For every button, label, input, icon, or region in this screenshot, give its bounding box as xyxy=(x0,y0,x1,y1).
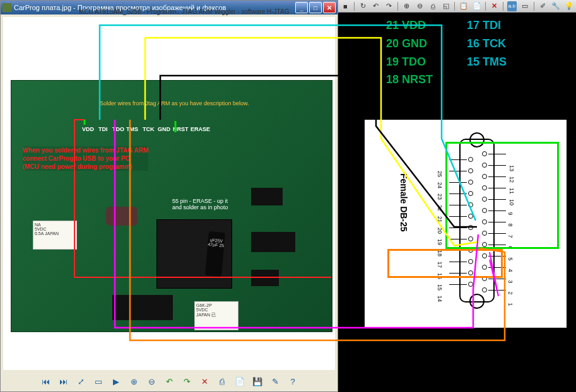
pin-num-4: 4 xyxy=(507,268,514,272)
db25-label: Female DB-25 xyxy=(399,173,409,232)
pin-num-1: 1 xyxy=(507,303,514,306)
relay-1: NA 5VDC 0.5A JAPAN xyxy=(33,221,77,250)
image-canvas: MCU AT91SAM_S256 - Programm.. JTAG ARM W… xyxy=(3,17,335,370)
small-chip-1 xyxy=(251,188,283,205)
pin-num-20: 20 xyxy=(437,228,443,234)
zoom-out-button[interactable]: ⊖ xyxy=(145,375,158,388)
rotate-cw-button[interactable]: ↷ xyxy=(180,375,193,388)
zoom-out-button[interactable]: ⊖ xyxy=(415,1,425,11)
pin-num-2: 2 xyxy=(507,291,514,294)
app-icon[interactable]: ■ xyxy=(341,1,350,11)
pin-num-3: 3 xyxy=(507,280,514,283)
slideshow-button[interactable]: ▶ xyxy=(110,375,122,388)
pin-label-tdi: TDI xyxy=(98,126,108,132)
pcb-header-text: MCU AT91SAM_S256 - Programm.. JTAG ARM W… xyxy=(79,8,289,15)
nav-back-button[interactable]: ↶ xyxy=(372,1,381,11)
small-chip-3 xyxy=(251,270,279,286)
cancel-button[interactable]: ✕ xyxy=(490,1,499,11)
pin-label-gnd: GND xyxy=(158,126,170,132)
delete-button[interactable]: ✕ xyxy=(198,375,211,388)
text-button[interactable]: ▭ xyxy=(520,1,530,11)
settings-button[interactable]: 🔧 xyxy=(551,1,560,11)
pinmap-left: 21 VDD 20 GND 19 TDO 18 NRST xyxy=(386,16,433,89)
print-button[interactable]: ⎙ xyxy=(428,1,438,11)
pin-label-erase: ERASE xyxy=(191,126,210,132)
pcb-board: Solder wires from Jtag ARM as you have d… xyxy=(11,80,332,332)
relay-2: G6K-2P 5VDC JAPAN 已 xyxy=(194,301,238,330)
pin-label-tdo: TDO xyxy=(112,126,124,132)
pinmap-right: 17 TDI 16 TCK 15 TMS xyxy=(467,16,507,71)
pin-num-5: 5 xyxy=(507,257,514,260)
prev-image-button[interactable]: ⏮ xyxy=(39,375,52,388)
viewer-toolbar: ⏮ ⏭ ⤢ ▭ ▶ ⊕ ⊖ ↶ ↷ ✕ ⎙ 📄 💾 ✎ ? xyxy=(1,375,338,388)
save-button[interactable]: 💾 xyxy=(251,375,264,388)
pin-num-22: 22 xyxy=(437,205,443,211)
help-button[interactable]: ? xyxy=(286,375,299,388)
pin55-note: 55 pin - ERASE - up it and solder as in … xyxy=(172,199,228,211)
reload-button[interactable]: ↻ xyxy=(358,1,368,11)
zoom-in-button[interactable]: ⊕ xyxy=(127,375,140,388)
print-button[interactable]: ⎙ xyxy=(216,375,228,388)
zoom-in-button[interactable]: ⊕ xyxy=(402,1,411,11)
pin-num-21: 21 xyxy=(437,216,443,222)
box-orange xyxy=(387,249,503,278)
pin-label-nrst: NRST xyxy=(173,126,189,132)
pin-num-14: 14 xyxy=(437,296,443,302)
next-image-button[interactable]: ⏭ xyxy=(57,375,69,388)
bestfit-button[interactable]: ⤢ xyxy=(74,375,87,388)
pin-num-19: 19 xyxy=(437,239,443,245)
edit-button[interactable]: ✎ xyxy=(269,375,281,388)
small-chip-4 xyxy=(112,295,173,320)
actualsize-button[interactable]: ▭ xyxy=(92,375,105,388)
about-button[interactable]: 💡 xyxy=(564,1,573,11)
image-viewer-window: CarProg плата.jpg - Программа просмотра … xyxy=(0,0,338,392)
solder-instruction: Solder wires from Jtag ARM as you have d… xyxy=(100,100,249,107)
pin-num-15: 15 xyxy=(437,284,443,291)
fit-button[interactable]: ◱ xyxy=(442,1,451,11)
maximize-button[interactable]: □ xyxy=(309,2,322,13)
pin-label-tms: TMS xyxy=(126,126,138,132)
rotate-ccw-button[interactable]: ↶ xyxy=(163,375,175,388)
minimize-button[interactable]: _ xyxy=(295,2,308,13)
copy-button[interactable]: 📋 xyxy=(459,1,468,11)
eyedropper-button[interactable]: ✐ xyxy=(538,1,548,11)
paste-button[interactable]: 📄 xyxy=(472,1,481,11)
crystal xyxy=(106,207,138,226)
pin-label-tck: TCK xyxy=(143,126,155,132)
pin-num-24: 24 xyxy=(437,182,443,188)
pin-label-vdd: VDD xyxy=(82,126,94,132)
app-icon xyxy=(3,3,11,12)
ab-button[interactable]: a.b xyxy=(507,1,517,11)
pin-num-25: 25 xyxy=(437,171,443,177)
right-toolbar: ■ ↻ ↶ ↷ ⊕ ⊖ ⎙ ◱ 📋 📄 ✕ a.b ▭ ✐ 🔧 💡 xyxy=(338,0,576,13)
close-button[interactable]: ✕ xyxy=(323,2,336,13)
pin-num-23: 23 xyxy=(437,193,443,200)
nav-fwd-button[interactable]: ↷ xyxy=(384,1,394,11)
copy-button[interactable]: 📄 xyxy=(233,375,246,388)
box-green xyxy=(445,142,559,249)
small-chip-2 xyxy=(251,232,295,252)
red-note: When you soldered wires from JTAG ARM co… xyxy=(23,146,148,171)
